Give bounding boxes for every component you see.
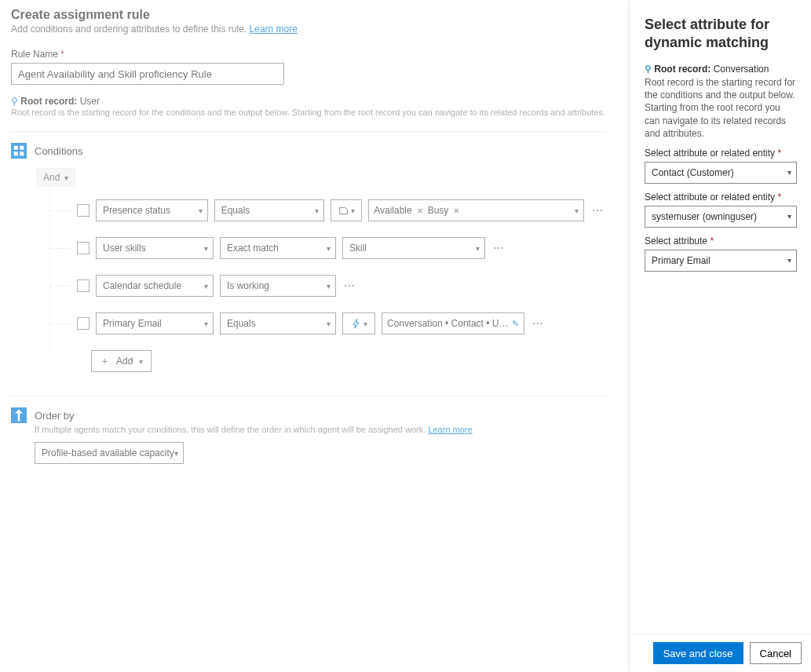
tag-label: Busy — [428, 205, 449, 216]
panel-dropdown-value: systemuser (owninguser) — [652, 211, 757, 222]
panel-dropdown[interactable]: Primary Email▾ — [645, 250, 797, 272]
panel-root-desc: Root record is the starting record for t… — [645, 76, 797, 140]
field-dropdown[interactable]: Presence status▾ — [96, 199, 208, 221]
field-value: Primary Email — [103, 318, 162, 329]
chevron-down-icon: ▾ — [315, 206, 319, 215]
panel-field-label-text: Select attribute or related entity — [645, 192, 777, 203]
row-checkbox[interactable] — [77, 279, 90, 292]
add-label: Add — [116, 356, 133, 367]
chevron-down-icon: ▾ — [327, 244, 331, 253]
required-indicator: * — [777, 192, 781, 203]
tag-icon — [338, 206, 349, 216]
operator-dropdown[interactable]: Equals▾ — [214, 199, 325, 221]
order-by-title: Order by — [35, 410, 75, 422]
branch-icon: ⚲ — [11, 96, 20, 107]
root-record-info: ⚲ Root record: User Root record is the s… — [11, 96, 605, 117]
chevron-down-icon: ▾ — [204, 282, 208, 290]
field-dropdown[interactable]: User skills▾ — [96, 237, 214, 259]
row-checkbox[interactable] — [77, 204, 90, 217]
chevron-down-icon: ▾ — [363, 320, 367, 328]
order-by-desc-text: If multiple agents match your conditions… — [35, 425, 428, 434]
chevron-down-icon: ▾ — [199, 206, 203, 215]
order-by-header: Order by — [11, 396, 605, 423]
chevron-down-icon: ▾ — [327, 320, 331, 328]
condition-row: Primary Email▾ Equals▾ ▾ Conversation • … — [36, 305, 605, 342]
group-operator-chip[interactable]: And ▾ — [36, 168, 75, 187]
group-operator-label: And — [43, 172, 60, 183]
learn-more-link[interactable]: Learn more — [250, 24, 298, 35]
condition-row: Presence status▾ Equals▾ ▾ Available✕ Bu… — [36, 192, 605, 229]
panel-field-label: Select attribute or related entity * — [645, 192, 797, 203]
panel-field: Select attribute * Primary Email▾ — [645, 236, 797, 272]
chevron-down-icon: ▾ — [476, 244, 480, 253]
field-dropdown[interactable]: Primary Email▾ — [96, 312, 214, 334]
dynamic-value-box[interactable]: Conversation • Contact • User • P... ✎ — [382, 312, 524, 334]
row-checkbox[interactable] — [77, 317, 90, 330]
conditions-icon — [11, 143, 27, 159]
value-type-toggle[interactable]: ▾ — [331, 199, 362, 221]
chevron-down-icon: ▾ — [787, 256, 791, 265]
condition-row: User skills▾ Exact match▾ Skill▾ ⋯ — [36, 229, 605, 267]
required-indicator: * — [60, 49, 64, 60]
skill-dropdown[interactable]: Skill▾ — [342, 237, 485, 259]
main-content: Create assignment rule Add conditions an… — [0, 0, 616, 672]
field-value: Calendar schedule — [103, 280, 181, 291]
value-tag: Available✕ — [374, 205, 422, 216]
value-tagbox[interactable]: Available✕ Busy✕ ▾ — [368, 199, 584, 221]
row-overflow-menu[interactable]: ⋯ — [491, 242, 506, 254]
rule-name-label: Rule Name * — [11, 49, 605, 60]
remove-tag-icon[interactable]: ✕ — [417, 206, 423, 215]
panel-dropdown[interactable]: systemuser (owninguser)▾ — [645, 206, 797, 228]
branch-icon: ⚲ — [645, 64, 654, 75]
page-title: Create assignment rule — [11, 8, 605, 22]
chevron-down-icon: ▾ — [204, 244, 208, 253]
order-by-learn-more-link[interactable]: Learn more — [428, 425, 472, 434]
panel-footer: Save and close Cancel — [630, 634, 811, 672]
operator-dropdown[interactable]: Exact match▾ — [220, 237, 336, 259]
field-value: Presence status — [103, 205, 170, 216]
field-value: User skills — [103, 243, 146, 254]
panel-dropdown[interactable]: Contact (Customer)▾ — [645, 162, 797, 184]
dynamic-value-toggle[interactable]: ▾ — [342, 312, 375, 334]
cancel-button[interactable]: Cancel — [750, 642, 802, 664]
operator-dropdown[interactable]: Is working▾ — [220, 275, 336, 297]
panel-root-value: Conversation — [714, 64, 769, 75]
order-by-icon — [11, 407, 27, 423]
field-dropdown[interactable]: Calendar schedule▾ — [96, 275, 214, 297]
panel-root-prefix: Root record: — [654, 64, 713, 75]
page-subtitle: Add conditions and ordering attributes t… — [11, 24, 605, 35]
panel-field-label: Select attribute * — [645, 236, 797, 247]
chevron-down-icon: ▾ — [787, 212, 791, 221]
operator-value: Is working — [227, 280, 269, 291]
order-by-desc: If multiple agents match your conditions… — [35, 425, 605, 434]
rules-list: Presence status▾ Equals▾ ▾ Available✕ Bu… — [36, 187, 605, 372]
chevron-down-icon: ▾ — [351, 206, 355, 215]
rule-name-input[interactable] — [11, 63, 284, 85]
row-checkbox[interactable] — [77, 242, 90, 254]
panel-field: Select attribute or related entity * sys… — [645, 192, 797, 228]
operator-value: Equals — [221, 205, 250, 216]
row-overflow-menu[interactable]: ⋯ — [342, 279, 357, 292]
panel-field: Select attribute or related entity * Con… — [645, 148, 797, 184]
rule-name-field: Rule Name * — [11, 49, 605, 85]
chevron-down-icon: ▾ — [139, 357, 143, 366]
row-overflow-menu[interactable]: ⋯ — [590, 204, 605, 217]
row-overflow-menu[interactable]: ⋯ — [531, 317, 546, 330]
save-and-close-button[interactable]: Save and close — [653, 642, 743, 664]
chevron-down-icon: ▾ — [174, 449, 178, 458]
value-tag: Busy✕ — [428, 205, 460, 216]
panel-title: Select attribute for dynamic matching — [645, 16, 797, 51]
panel-dropdown-value: Contact (Customer) — [652, 167, 734, 178]
root-record-desc: Root record is the starting record for t… — [11, 108, 605, 117]
remove-tag-icon[interactable]: ✕ — [453, 206, 459, 215]
required-indicator: * — [777, 148, 781, 159]
chevron-down-icon: ▾ — [204, 320, 208, 328]
panel-field-label: Select attribute or related entity * — [645, 148, 797, 159]
conditions-title: Conditions — [35, 145, 82, 157]
order-by-dropdown[interactable]: Profile-based available capacity▾ — [35, 442, 184, 464]
operator-dropdown[interactable]: Equals▾ — [220, 312, 336, 334]
add-condition-button[interactable]: ＋ Add ▾ — [91, 350, 152, 372]
chevron-down-icon: ▾ — [575, 206, 579, 215]
edit-icon[interactable]: ✎ — [512, 319, 519, 329]
root-record-value: User — [80, 96, 100, 107]
